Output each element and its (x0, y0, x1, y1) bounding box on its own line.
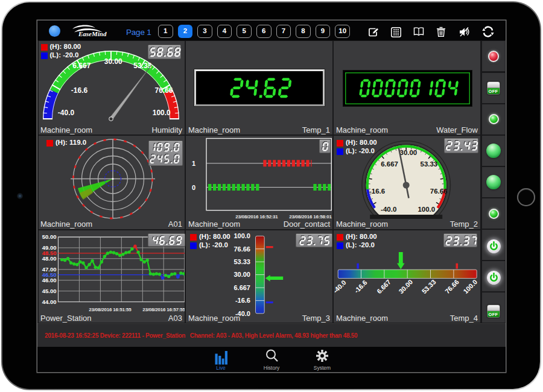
svg-text:-40.0: -40.0 (381, 206, 396, 213)
svg-text:53.33: 53.33 (421, 160, 438, 168)
svg-text:-16.6: -16.6 (369, 188, 385, 195)
svg-text:23/08/2016 16:52:31: 23/08/2016 16:52:31 (235, 214, 278, 220)
svg-text:-40.0: -40.0 (57, 109, 74, 117)
svg-text:-16.6: -16.6 (71, 86, 87, 95)
svg-text:44.00: 44.00 (42, 299, 56, 305)
svg-text:53.33: 53.33 (133, 62, 151, 71)
svg-text:-16.6: -16.6 (353, 279, 369, 294)
svg-text:30.00: 30.00 (400, 149, 418, 156)
svg-text:-40.0: -40.0 (334, 279, 348, 294)
svg-text:76.66: 76.66 (234, 245, 251, 252)
svg-text:0: 0 (192, 184, 195, 191)
svg-text:6.667: 6.667 (381, 160, 398, 168)
svg-text:53.33: 53.33 (421, 278, 437, 295)
svg-text:6.667: 6.667 (72, 62, 91, 70)
svg-text:6.667: 6.667 (234, 284, 251, 291)
svg-text:23/08/2016 16:51:55: 23/08/2016 16:51:55 (89, 307, 132, 312)
svg-text:EaseMind: EaseMind (78, 30, 107, 37)
svg-text:30.00: 30.00 (234, 271, 251, 278)
svg-text:46.00: 46.00 (42, 277, 56, 283)
svg-text:100.0: 100.0 (418, 206, 435, 213)
svg-text:45.00: 45.00 (42, 288, 56, 294)
svg-text:23/08/2016 16:58:01: 23/08/2016 16:58:01 (289, 214, 332, 220)
svg-text:30.00: 30.00 (397, 278, 414, 295)
svg-text:76.66: 76.66 (443, 278, 460, 295)
svg-text:23/08/2016 16:57:55: 23/08/2016 16:57:55 (142, 307, 185, 312)
svg-text:50.00: 50.00 (42, 233, 56, 240)
svg-text:-16.6: -16.6 (235, 297, 250, 304)
svg-text:48.00: 48.00 (42, 255, 56, 262)
svg-text:100.0: 100.0 (152, 109, 170, 117)
svg-text:30.00: 30.00 (104, 57, 122, 66)
svg-text:1: 1 (192, 160, 195, 167)
svg-text:76.66: 76.66 (430, 188, 448, 195)
svg-text:76.66: 76.66 (154, 86, 173, 95)
svg-text:100.0: 100.0 (462, 278, 478, 295)
svg-text:53.33: 53.33 (234, 258, 251, 265)
svg-text:6.667: 6.667 (375, 278, 392, 295)
svg-text:100.0: 100.0 (234, 232, 251, 239)
